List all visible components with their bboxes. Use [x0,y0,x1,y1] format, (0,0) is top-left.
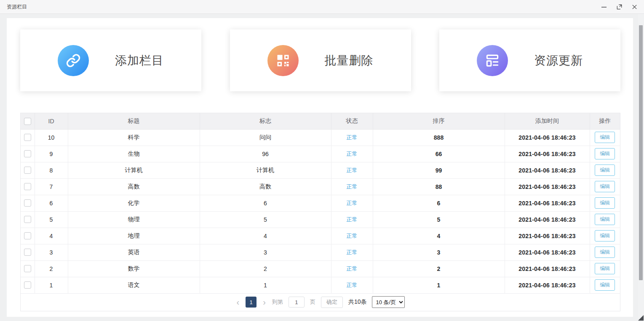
row-checkbox[interactable] [24,150,31,157]
cell-title: 科学 [68,129,200,146]
row-checkbox[interactable] [24,199,31,207]
header-op: 操作 [590,113,620,129]
qrcode-icon [267,45,299,76]
status-link[interactable]: 正常 [347,134,358,141]
row-checkbox[interactable] [24,281,31,289]
edit-button[interactable]: 编辑 [595,279,615,291]
cell-id: 5 [35,211,68,228]
cell-id: 7 [35,178,68,195]
cell-mark: 5 [200,211,331,228]
edit-button[interactable]: 编辑 [595,247,615,258]
status-link[interactable]: 正常 [347,265,358,272]
edit-button[interactable]: 编辑 [595,164,615,176]
total-count-label: 共10条 [348,298,367,306]
batch-delete-label: 批量删除 [325,53,374,69]
cell-sort: 1 [373,277,505,293]
cell-time: 2021-04-06 18:46:23 [505,129,590,146]
cell-sort: 6 [373,195,505,211]
cell-title: 地理 [68,228,200,244]
minimize-icon[interactable] [599,2,609,11]
edit-button[interactable]: 编辑 [595,181,615,192]
status-link[interactable]: 正常 [347,282,358,288]
status-link[interactable]: 正常 [347,249,358,255]
scrollbar-thumb[interactable] [639,25,643,280]
header-status: 状态 [331,113,373,129]
close-icon[interactable] [630,2,639,11]
select-all-checkbox[interactable] [24,118,31,125]
cell-mark: 3 [200,244,331,260]
add-column-card[interactable]: 添加栏目 [20,29,201,91]
status-link[interactable]: 正常 [347,200,358,206]
row-checkbox[interactable] [24,216,31,223]
goto-page-input[interactable] [289,297,305,308]
cell-sort: 66 [373,146,505,162]
table-row: 6 化学 6 正常 6 2021-04-06 18:46:23 编辑 [21,195,620,211]
table-header: ID 标题 标志 状态 排序 添加时间 操作 [21,113,620,129]
table-row: 9 生物 96 正常 66 2021-04-06 18:46:23 编辑 [21,146,620,162]
cell-time: 2021-04-06 18:46:23 [505,260,590,277]
row-checkbox[interactable] [24,134,31,141]
window-controls [599,2,639,11]
goto-label: 到第 [272,298,283,306]
cell-mark: 4 [200,228,331,244]
cell-id: 8 [35,162,68,178]
row-checkbox[interactable] [24,249,31,256]
edit-button[interactable]: 编辑 [595,214,615,225]
edit-button[interactable]: 编辑 [595,230,615,241]
cell-sort: 5 [373,211,505,228]
link-icon [58,45,89,76]
edit-button[interactable]: 编辑 [595,263,615,274]
status-link[interactable]: 正常 [347,151,358,157]
pagination-bar: ‹ 1 › 到第 页 确定 共10条 10 条/页 [21,294,620,311]
cell-time: 2021-04-06 18:46:23 [505,146,590,162]
cell-mark: 高数 [200,178,331,195]
status-link[interactable]: 正常 [347,167,358,173]
cell-title: 英语 [68,244,200,260]
edit-button[interactable]: 编辑 [595,132,615,143]
content-panel: 添加栏目 批量删除 [7,18,633,317]
maximize-icon[interactable] [615,2,624,11]
cell-title: 高数 [68,178,200,195]
cell-id: 2 [35,260,68,277]
cell-title: 计算机 [68,162,200,178]
header-title: 标题 [68,113,200,129]
page-size-select[interactable]: 10 条/页 [372,296,405,308]
cell-sort: 99 [373,162,505,178]
header-mark: 标志 [200,113,331,129]
confirm-page-button[interactable]: 确定 [321,297,343,308]
table-row: 8 计算机 计算机 正常 99 2021-04-06 18:46:23 编辑 [21,162,620,178]
table-row: 1 语文 1 正常 1 2021-04-06 18:46:23 编辑 [21,277,620,293]
table-row: 7 高数 高数 正常 88 2021-04-06 18:46:23 编辑 [21,178,620,195]
cell-title: 语文 [68,277,200,293]
table-row: 2 数学 2 正常 2 2021-04-06 18:46:23 编辑 [21,260,620,277]
edit-button[interactable]: 编辑 [595,197,615,209]
add-column-label: 添加栏目 [115,53,164,69]
cell-id: 1 [35,277,68,293]
resource-update-card[interactable]: 资源更新 [439,29,620,91]
cell-time: 2021-04-06 18:46:23 [505,211,590,228]
status-link[interactable]: 正常 [347,233,358,239]
cell-mark: 问问 [200,129,331,146]
row-checkbox[interactable] [24,232,31,239]
cell-title: 生物 [68,146,200,162]
edit-button[interactable]: 编辑 [595,148,615,159]
row-checkbox[interactable] [24,183,31,190]
prev-page-icon[interactable]: ‹ [236,298,240,306]
header-time: 添加时间 [505,113,590,129]
status-link[interactable]: 正常 [347,183,358,190]
header-sort: 排序 [373,113,505,129]
next-page-icon[interactable]: › [262,298,267,306]
current-page-button[interactable]: 1 [246,297,257,308]
cell-time: 2021-04-06 18:46:23 [505,178,590,195]
batch-delete-card[interactable]: 批量删除 [230,29,411,91]
cell-title: 数学 [68,260,200,277]
cell-title: 物理 [68,211,200,228]
cell-id: 9 [35,146,68,162]
cell-id: 4 [35,228,68,244]
status-link[interactable]: 正常 [347,216,358,223]
vertical-scrollbar[interactable] [638,14,644,321]
resize-grip-icon[interactable] [638,315,644,321]
row-checkbox[interactable] [24,167,31,174]
cell-mark: 1 [200,277,331,293]
row-checkbox[interactable] [24,265,31,272]
